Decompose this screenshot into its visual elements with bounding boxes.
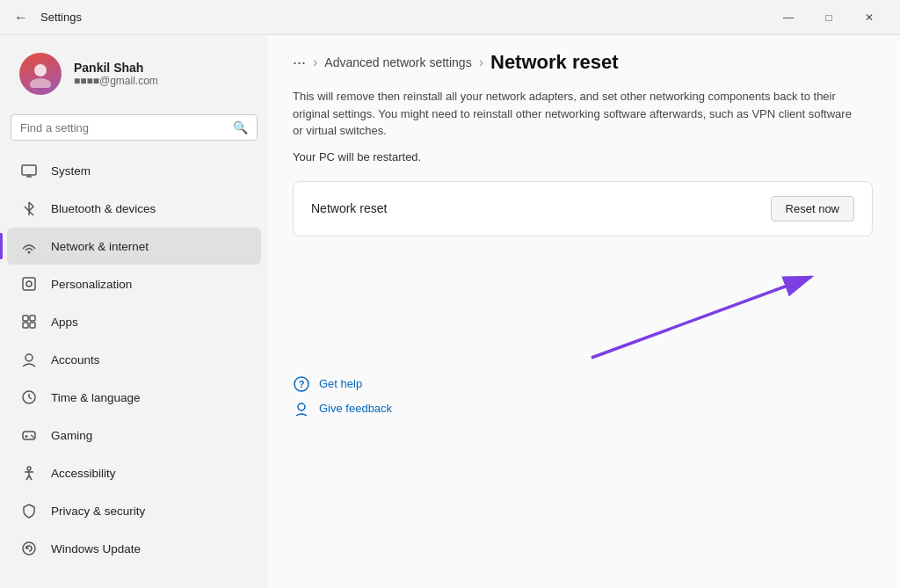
sidebar-item-gaming[interactable]: Gaming	[7, 417, 261, 454]
search-icon: 🔍	[233, 120, 248, 134]
window-controls: — □ ✕	[768, 4, 889, 32]
sidebar-nav: SystemBluetooth & devicesNetwork & inter…	[0, 151, 268, 568]
svg-rect-8	[23, 316, 28, 321]
page-content: This will remove then reinstall all your…	[268, 74, 900, 442]
give-feedback-label: Give feedback	[319, 402, 392, 415]
breadcrumb-parent[interactable]: Advanced network settings	[324, 55, 471, 69]
search-container: 🔍	[0, 109, 268, 151]
sidebar-item-label-time: Time & language	[51, 391, 141, 404]
sidebar-item-bluetooth[interactable]: Bluetooth & devices	[7, 190, 261, 227]
sidebar: Pankil Shah ■■■■@gmail.com 🔍 SystemBluet…	[0, 35, 268, 588]
breadcrumb-dots[interactable]: ···	[293, 54, 306, 72]
feedback-icon	[293, 400, 310, 417]
titlebar: ← Settings — □ ✕	[0, 0, 900, 35]
svg-rect-10	[23, 323, 28, 328]
svg-point-19	[31, 435, 33, 437]
sidebar-item-apps[interactable]: Apps	[7, 303, 261, 340]
svg-rect-2	[22, 165, 36, 175]
breadcrumb-sep: ›	[313, 54, 317, 70]
close-button[interactable]: ✕	[849, 4, 889, 32]
network-icon	[19, 236, 39, 256]
sidebar-item-personalization[interactable]: Personalization	[7, 265, 261, 302]
main-layout: Pankil Shah ■■■■@gmail.com 🔍 SystemBluet…	[0, 35, 900, 588]
help-links: ? Get help Give feedback	[293, 375, 875, 417]
bluetooth-icon	[19, 199, 39, 218]
svg-point-20	[33, 436, 34, 438]
sidebar-item-label-windows-update: Windows Update	[51, 542, 141, 555]
arrow-annotation	[293, 261, 873, 367]
avatar	[19, 53, 62, 95]
back-button[interactable]: ←	[11, 6, 32, 29]
update-icon	[19, 539, 39, 558]
accessibility-icon	[19, 463, 39, 483]
get-help-link[interactable]: ? Get help	[293, 375, 875, 393]
give-feedback-link[interactable]: Give feedback	[293, 400, 875, 417]
maximize-button[interactable]: □	[809, 4, 849, 32]
svg-line-24	[26, 475, 29, 480]
reset-now-button[interactable]: Reset now	[771, 196, 854, 221]
sidebar-item-label-system: System	[51, 164, 91, 178]
svg-point-31	[298, 403, 305, 410]
sidebar-item-label-accounts: Accounts	[51, 353, 100, 367]
svg-point-1	[30, 78, 51, 88]
sidebar-item-system[interactable]: System	[7, 152, 261, 189]
reset-card-label: Network reset	[311, 201, 387, 215]
user-name: Pankil Shah	[74, 61, 158, 75]
svg-point-21	[27, 467, 31, 470]
user-email: ■■■■@gmail.com	[74, 75, 158, 87]
content-area: ··· › Advanced network settings › Networ…	[268, 35, 900, 588]
sidebar-item-windows-update[interactable]: Windows Update	[7, 530, 261, 567]
breadcrumb-sep2: ›	[479, 54, 483, 70]
help-icon: ?	[293, 375, 310, 393]
svg-line-28	[592, 277, 811, 358]
svg-point-0	[34, 64, 47, 76]
search-box: 🔍	[11, 114, 258, 141]
svg-point-7	[26, 281, 32, 287]
svg-rect-9	[30, 316, 35, 321]
gaming-icon	[19, 425, 39, 445]
user-profile[interactable]: Pankil Shah ■■■■@gmail.com	[7, 39, 261, 105]
svg-line-25	[29, 475, 32, 480]
privacy-icon	[19, 501, 39, 520]
apps-icon	[19, 312, 39, 331]
user-info: Pankil Shah ■■■■@gmail.com	[74, 61, 158, 87]
personalization-icon	[19, 274, 39, 294]
system-icon	[19, 161, 39, 180]
breadcrumb: ··· › Advanced network settings › Networ…	[268, 35, 900, 74]
restart-notice: Your PC will be restarted.	[293, 150, 875, 163]
sidebar-item-label-gaming: Gaming	[51, 429, 92, 442]
svg-point-12	[25, 354, 33, 361]
svg-line-15	[29, 397, 32, 399]
sidebar-item-network[interactable]: Network & internet	[7, 228, 261, 265]
svg-rect-6	[23, 278, 35, 290]
sidebar-item-time[interactable]: Time & language	[7, 379, 261, 416]
svg-text:?: ?	[299, 379, 305, 389]
sidebar-item-accessibility[interactable]: Accessibility	[7, 454, 261, 491]
svg-rect-16	[23, 432, 35, 439]
time-icon	[19, 388, 39, 407]
accounts-icon	[19, 350, 39, 369]
svg-rect-11	[30, 323, 35, 328]
sidebar-item-label-accessibility: Accessibility	[51, 467, 116, 480]
sidebar-item-label-apps: Apps	[51, 316, 78, 329]
sidebar-item-label-privacy: Privacy & security	[51, 505, 145, 518]
description-text: This will remove then reinstall all your…	[293, 88, 855, 140]
sidebar-item-label-network: Network & internet	[51, 240, 149, 253]
get-help-label: Get help	[319, 377, 362, 390]
minimize-button[interactable]: —	[768, 4, 809, 32]
network-reset-card: Network reset Reset now	[293, 181, 873, 236]
sidebar-item-label-bluetooth: Bluetooth & devices	[51, 202, 156, 215]
search-input[interactable]	[20, 121, 226, 134]
sidebar-item-accounts[interactable]: Accounts	[7, 341, 261, 378]
breadcrumb-current: Network reset	[490, 51, 619, 74]
titlebar-title: Settings	[40, 11, 82, 24]
sidebar-item-privacy[interactable]: Privacy & security	[7, 492, 261, 529]
svg-point-5	[28, 251, 31, 254]
sidebar-item-label-personalization: Personalization	[51, 278, 132, 291]
